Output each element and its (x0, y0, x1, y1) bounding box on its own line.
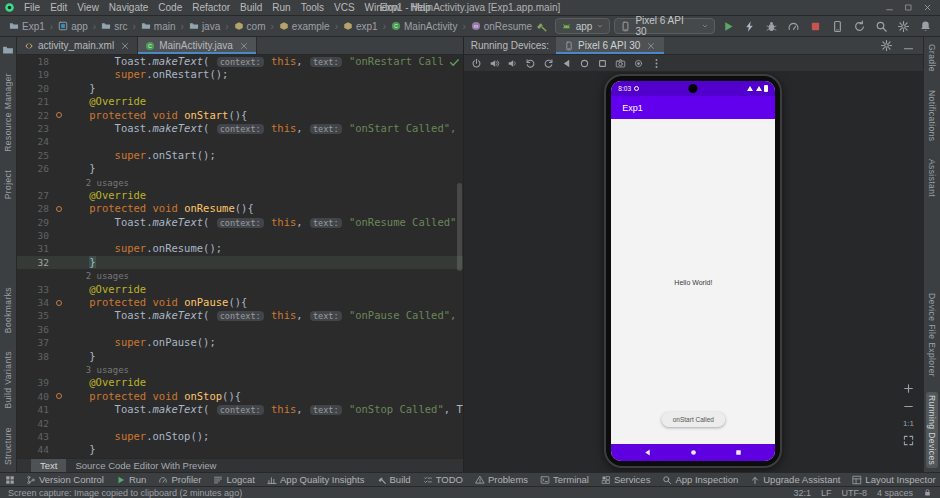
code-line-32[interactable]: 32 } (17, 256, 463, 269)
code-line-37[interactable]: 37 super.onPause(); (17, 336, 463, 349)
tool-window-build[interactable]: Build (372, 473, 416, 486)
breadcrumb-app[interactable]: app (55, 21, 91, 32)
search-everywhere-button[interactable] (872, 18, 890, 35)
minimize-button[interactable] (881, 1, 898, 15)
inlay-usages-row[interactable]: 3 usages (17, 363, 463, 376)
close-icon[interactable] (120, 41, 130, 51)
build-project-button[interactable] (533, 18, 551, 35)
settings-button[interactable] (894, 18, 912, 35)
emulator-screen-record-button[interactable] (631, 56, 647, 71)
status-widget-lf[interactable]: LF (821, 488, 832, 498)
emulator-power-button[interactable] (469, 56, 485, 71)
editor-scrollbar[interactable] (457, 183, 462, 271)
code-line-40[interactable]: 40 protected void onStop(){ (17, 390, 463, 403)
nav-home-button[interactable] (689, 448, 698, 457)
emulator-volume-down-button[interactable] (505, 56, 521, 71)
editor-mode-tab-source-code-editor-with-preview[interactable]: Source Code Editor With Preview (66, 459, 225, 472)
breadcrumb-exp1[interactable]: Exp1 (6, 21, 48, 32)
breadcrumb-com[interactable]: com (231, 21, 269, 32)
menu-refactor[interactable]: Refactor (188, 2, 234, 13)
apply-changes-button[interactable] (741, 18, 759, 35)
code-line-19[interactable]: 19 super.onRestart(); (17, 68, 463, 81)
breadcrumb-onresume[interactable]: monResume (468, 21, 533, 32)
code-line-31[interactable]: 31 super.onResume(); (17, 242, 463, 255)
zoom-in-button[interactable] (903, 383, 914, 394)
code-line-44[interactable]: 44 } (17, 443, 463, 456)
device-select[interactable]: Pixel 6 API 30 (614, 18, 715, 34)
code-editor[interactable]: 18 Toast.makeText( context: this, text: … (17, 55, 463, 458)
code-line-26[interactable]: 26 } (17, 162, 463, 175)
override-marker-icon[interactable] (56, 300, 62, 306)
editor-mode-tab-text[interactable]: Text (31, 459, 66, 472)
stop-button[interactable] (807, 18, 825, 35)
code-line-35[interactable]: 35 Toast.makeText( context: this, text: … (17, 309, 463, 322)
emulator-rotate-right-button[interactable] (541, 56, 557, 71)
code-line-36[interactable]: 36 (17, 323, 463, 336)
tool-stripe-device-file-explorer[interactable]: Device File Explorer (926, 290, 938, 380)
close-icon[interactable] (646, 41, 656, 51)
run-button[interactable] (719, 18, 737, 35)
profiler-button[interactable] (785, 18, 803, 35)
tool-window-version-control[interactable]: Version Control (21, 473, 109, 486)
tool-window-services[interactable]: Services (596, 473, 655, 486)
code-line-25[interactable]: 25 super.onStart(); (17, 149, 463, 162)
menu-run[interactable]: Run (268, 2, 294, 13)
code-line-30[interactable]: 30 (17, 229, 463, 242)
sync-project-button[interactable] (850, 18, 868, 35)
debug-button[interactable] (763, 18, 781, 35)
code-line-38[interactable]: 38 } (17, 350, 463, 363)
emulator-overview-button[interactable] (595, 56, 611, 71)
tool-stripe-structure[interactable]: Structure (2, 424, 14, 468)
override-marker-icon[interactable] (56, 206, 62, 212)
run-config-select[interactable]: app (555, 18, 611, 34)
emulator-back-button[interactable] (559, 56, 575, 71)
settings-button[interactable] (877, 37, 895, 54)
status-widget-4-spaces[interactable]: 4 spaces (877, 488, 913, 498)
emulator-rotate-left-button[interactable] (523, 56, 539, 71)
code-line-42[interactable]: 42 (17, 417, 463, 430)
nav-back-button[interactable] (643, 448, 652, 457)
status-widget-utf-8[interactable]: UTF-8 (841, 488, 867, 498)
menu-build[interactable]: Build (236, 2, 266, 13)
tool-window-run[interactable]: Run (111, 473, 151, 486)
breadcrumb-example[interactable]: example (276, 21, 333, 32)
breadcrumb-src[interactable]: src (98, 21, 130, 32)
emulator-more-button[interactable] (649, 56, 665, 71)
code-line-22[interactable]: 22 protected void onStart(){ (17, 109, 463, 122)
menu-navigate[interactable]: Navigate (105, 2, 152, 13)
code-line-29[interactable]: 29 Toast.makeText( context: this, text: … (17, 216, 463, 229)
code-line-23[interactable]: 23 Toast.makeText( context: this, text: … (17, 122, 463, 135)
code-line-41[interactable]: 41 Toast.makeText( context: this, text: … (17, 403, 463, 416)
override-marker-icon[interactable] (56, 393, 62, 399)
breadcrumb-exp1[interactable]: exp1 (340, 21, 381, 32)
zoom-fit-button[interactable] (903, 435, 914, 446)
code-line-34[interactable]: 34 protected void onPause(){ (17, 296, 463, 309)
emulator-phone[interactable]: 8:03 Exp1 (604, 74, 782, 468)
tool-stripe-notifications[interactable]: Notifications (926, 87, 938, 145)
code-line-21[interactable]: 21 @Override (17, 95, 463, 108)
tool-window-app-quality-insights[interactable]: App Quality Insights (262, 473, 370, 486)
tool-window-problems[interactable]: Problems (470, 473, 533, 486)
menu-edit[interactable]: Edit (46, 2, 71, 13)
nav-recents-button[interactable] (734, 448, 743, 457)
tool-window-todo[interactable]: TODO (418, 473, 468, 486)
tool-window-layout-inspector[interactable]: Layout Inspector (847, 473, 940, 486)
menu-tools[interactable]: Tools (297, 2, 328, 13)
editor-tab-activity-main-xml[interactable]: activity_main.xml (17, 37, 138, 54)
override-marker-icon[interactable] (56, 112, 62, 118)
tool-stripe-project[interactable]: Project (2, 167, 14, 202)
code-line-27[interactable]: 27 @Override (17, 189, 463, 202)
code-line-39[interactable]: 39 @Override (17, 376, 463, 389)
editor-tab-mainactivity-java[interactable]: CMainActivity.java (138, 37, 257, 54)
menu-vcs[interactable]: VCS (330, 2, 359, 13)
tool-stripe-bookmarks[interactable]: Bookmarks (2, 284, 14, 336)
close-button[interactable] (919, 1, 936, 15)
tool-window-app-inspection[interactable]: App Inspection (657, 473, 743, 486)
notifications-button[interactable] (916, 18, 934, 35)
emulator-volume-up-button[interactable] (487, 56, 503, 71)
tool-stripe-build-variants[interactable]: Build Variants (2, 348, 14, 411)
lock-icon[interactable] (923, 488, 932, 497)
project-tool-button[interactable] (0, 41, 17, 58)
maximize-button[interactable] (900, 1, 917, 15)
inspections-ok-icon[interactable] (449, 57, 460, 68)
